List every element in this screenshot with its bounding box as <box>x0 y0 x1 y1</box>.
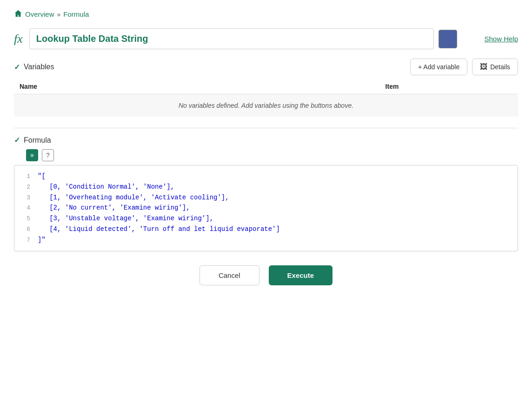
line-number: 3 <box>14 193 38 203</box>
formula-help-icon[interactable]: ? <box>42 149 54 161</box>
code-line: 1"[ <box>14 171 518 182</box>
line-number: 1 <box>14 172 38 182</box>
line-content: [4, 'Liquid detected', 'Turn off and let… <box>38 224 280 234</box>
formula-title-input[interactable] <box>29 28 434 49</box>
code-line: 7]" <box>14 235 518 245</box>
line-content: [1, 'Overheating module', 'Activate cool… <box>38 192 229 203</box>
breadcrumb-separator: » <box>57 11 61 18</box>
empty-message: No variables defined. Add variables usin… <box>14 94 518 117</box>
variables-table: Name Item No variables defined. Add vari… <box>14 79 518 117</box>
details-icon: 🖼 <box>480 63 487 71</box>
line-content: "[ <box>38 171 46 181</box>
home-icon <box>14 9 22 19</box>
breadcrumb-overview[interactable]: Overview <box>25 10 54 18</box>
section-divider <box>14 128 518 128</box>
formula-input-group: fx <box>14 28 475 49</box>
formula-section: ✓ Formula ≡ ? 1"[2 [0, 'Condition Normal… <box>14 136 518 251</box>
code-line: 2 [0, 'Condition Normal', 'None'], <box>14 182 518 192</box>
show-help-link[interactable]: Show Help <box>484 35 518 43</box>
line-content: ]" <box>38 235 46 245</box>
variables-title: Variables <box>24 63 54 71</box>
formula-title: Formula <box>24 136 51 145</box>
line-number: 6 <box>14 225 38 235</box>
line-number: 2 <box>14 183 38 192</box>
formula-list-icon[interactable]: ≡ <box>26 149 38 161</box>
code-line: 5 [3, 'Unstable voltage', 'Examine wirin… <box>14 213 518 224</box>
fx-icon: fx <box>14 32 23 46</box>
add-variable-button[interactable]: + Add variable <box>410 59 467 75</box>
variables-actions: + Add variable 🖼 Details <box>410 59 518 75</box>
variables-table-header: Name Item <box>14 79 518 94</box>
line-number: 4 <box>14 204 38 213</box>
variables-table-body: No variables defined. Add variables usin… <box>14 94 518 117</box>
header-row: fx Show Help <box>14 28 518 49</box>
formula-section-header: ✓ Formula <box>14 136 518 145</box>
line-number: 7 <box>14 236 38 245</box>
details-label: Details <box>490 63 510 71</box>
formula-icons: ≡ ? <box>26 149 518 161</box>
code-line: 6 [4, 'Liquid detected', 'Turn off and l… <box>14 224 518 235</box>
col-item-header: Item <box>266 79 518 94</box>
line-content: [0, 'Condition Normal', 'None'], <box>38 182 174 192</box>
details-button[interactable]: 🖼 Details <box>472 59 518 75</box>
line-content: [3, 'Unstable voltage', 'Examine wiring'… <box>38 213 213 224</box>
empty-row: No variables defined. Add variables usin… <box>14 94 518 117</box>
variables-check-icon: ✓ <box>14 63 20 72</box>
footer-actions: Cancel Execute <box>14 265 518 285</box>
variables-section: ✓ Variables + Add variable 🖼 Details Nam… <box>14 59 518 117</box>
execute-button[interactable]: Execute <box>269 265 333 285</box>
formula-check-icon: ✓ <box>14 136 20 145</box>
breadcrumb-formula: Formula <box>63 10 89 18</box>
color-swatch[interactable] <box>439 30 457 48</box>
variables-toolbar: ✓ Variables + Add variable 🖼 Details <box>14 59 518 75</box>
cancel-button[interactable]: Cancel <box>200 265 259 285</box>
line-content: [2, 'No current', 'Examine wiring'], <box>38 203 190 213</box>
add-variable-label: + Add variable <box>418 63 459 71</box>
code-editor[interactable]: 1"[2 [0, 'Condition Normal', 'None'],3 [… <box>14 165 518 251</box>
col-name-header: Name <box>14 79 266 94</box>
code-line: 3 [1, 'Overheating module', 'Activate co… <box>14 192 518 203</box>
code-line: 4 [2, 'No current', 'Examine wiring'], <box>14 203 518 213</box>
variables-header-left: ✓ Variables <box>14 63 54 72</box>
line-number: 5 <box>14 214 38 224</box>
breadcrumb: Overview » Formula <box>14 9 518 19</box>
